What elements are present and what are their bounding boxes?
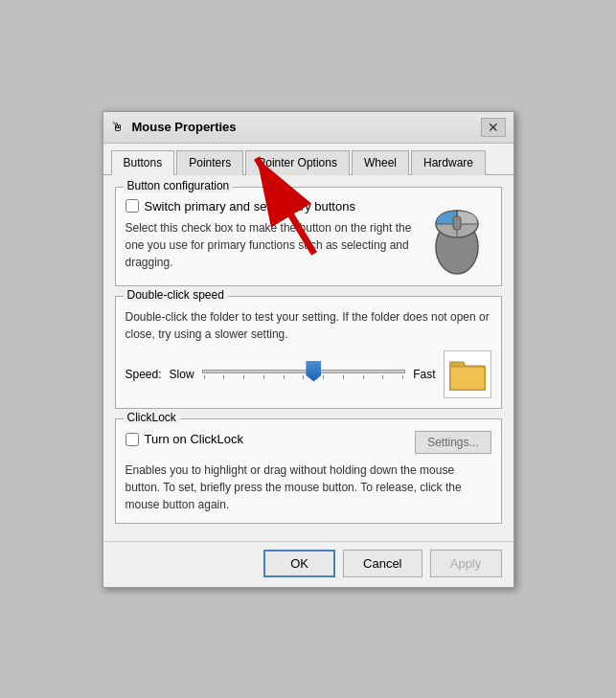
button-config-section: Button configuration Switch primary and … (115, 187, 502, 286)
slider-ticks (202, 373, 406, 379)
switch-buttons-checkbox[interactable] (125, 199, 139, 213)
tab-wheel[interactable]: Wheel (352, 150, 409, 175)
button-config-title: Button configuration (124, 179, 234, 192)
double-click-title: Double-click speed (124, 288, 228, 302)
svg-rect-5 (453, 216, 461, 230)
clicklock-checkbox[interactable] (125, 433, 139, 446)
button-config-desc: Select this check box to make the button… (125, 219, 415, 271)
tab-pointers[interactable]: Pointers (176, 150, 243, 175)
folder-graphic[interactable] (444, 350, 491, 398)
slider-track (202, 370, 406, 373)
ok-button[interactable]: OK (263, 550, 335, 577)
close-button[interactable]: ✕ (481, 118, 506, 137)
switch-buttons-row: Switch primary and secondary buttons (125, 199, 415, 214)
tab-pointer-options[interactable]: Pointer Options (245, 150, 350, 175)
tabs-bar: Buttons Pointers Pointer Options Wheel H… (103, 144, 513, 175)
tab-hardware[interactable]: Hardware (411, 150, 486, 175)
fast-label: Fast (413, 368, 435, 381)
button-config-inner: Switch primary and secondary buttons Sel… (125, 199, 491, 276)
bottom-bar: OK Cancel Apply (103, 541, 513, 587)
clicklock-checkbox-row: Turn on ClickLock (125, 432, 244, 446)
switch-buttons-label: Switch primary and secondary buttons (145, 199, 355, 214)
apply-button[interactable]: Apply (430, 550, 502, 577)
content-area: Button configuration Switch primary and … (103, 175, 513, 541)
tab-buttons[interactable]: Buttons (111, 150, 175, 175)
mouse-graphic (424, 199, 491, 276)
speed-slider-container (202, 361, 406, 388)
double-click-desc: Double-click the folder to test your set… (125, 308, 491, 343)
double-click-inner: Double-click the folder to test your set… (125, 308, 491, 398)
cancel-button[interactable]: Cancel (343, 550, 422, 577)
clicklock-section: ClickLock Turn on ClickLock Settings... … (115, 418, 502, 524)
clicklock-label: Turn on ClickLock (145, 432, 244, 446)
settings-button[interactable]: Settings... (415, 431, 491, 454)
dialog-title: Mouse Properties (132, 120, 237, 134)
clicklock-inner: Turn on ClickLock Settings... Enables yo… (125, 431, 491, 513)
double-click-section: Double-click speed Double-click the fold… (115, 296, 502, 409)
title-bar: 🖱 Mouse Properties ✕ (103, 112, 513, 144)
svg-rect-8 (450, 367, 485, 390)
clicklock-desc: Enables you to highlight or drag without… (125, 462, 491, 513)
slow-label: Slow (170, 368, 194, 381)
button-config-text: Switch primary and secondary buttons Sel… (125, 199, 415, 271)
clicklock-title: ClickLock (124, 411, 180, 424)
title-bar-left: 🖱 Mouse Properties (111, 120, 237, 135)
clicklock-row: Turn on ClickLock Settings... (125, 431, 491, 454)
dialog-icon: 🖱 (111, 120, 126, 135)
speed-label: Speed: (125, 368, 162, 381)
dialog-window: 🖱 Mouse Properties ✕ Buttons Pointers Po… (103, 111, 514, 588)
